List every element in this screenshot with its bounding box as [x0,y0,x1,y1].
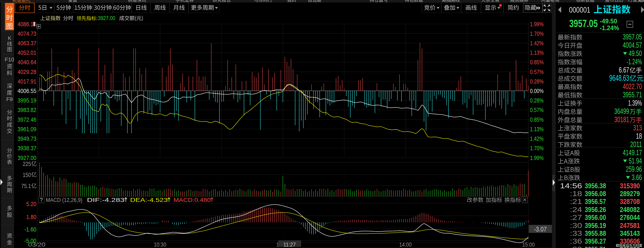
svg-text:4074.73: 4074.73 [18,30,36,37]
svg-text:4006.55: 4006.55 [18,87,36,94]
svg-text:3956.08: 3956.08 [585,189,606,197]
svg-text:18: 18 [636,132,642,140]
svg-text:3955.71: 3955.71 [585,245,606,248]
svg-text:328708: 328708 [620,197,640,205]
svg-text:-1.24%: -1.24% [600,24,619,32]
svg-text:3961.09: 3961.09 [18,126,36,132]
svg-text:000001: 000001 [569,5,590,14]
svg-text:F9: F9 [6,96,13,102]
svg-text:MACD (12,26,9): MACD (12,26,9) [46,197,82,203]
svg-text:6.67: 6.67 [619,66,629,74]
svg-text:3955.88: 3955.88 [585,229,606,237]
svg-text:1.39%: 1.39% [628,99,642,107]
svg-text:289279: 289279 [620,189,640,197]
svg-text:315390: 315390 [620,182,640,190]
svg-text:MACD:0.480: MACD:0.480 [174,197,211,203]
svg-text:-49.50: -49.50 [600,18,617,25]
svg-text:0.57%: 0.57% [530,68,544,75]
svg-text::39: :39 [570,245,582,248]
svg-text:3955.71: 3955.71 [623,91,642,99]
svg-text:DIF:-4.283: DIF:-4.283 [87,197,124,203]
svg-text:3949.73: 3949.73 [18,135,36,142]
svg-text:0.28%: 0.28% [530,78,544,85]
svg-text:5.20: 5.20 [26,200,36,207]
svg-text:DEA:-4.523: DEA:-4.523 [130,197,168,203]
svg-text:0.57%: 0.57% [530,106,544,113]
svg-text:4063.37: 4063.37 [18,40,36,47]
svg-text::24: :24 [570,205,582,213]
svg-text:1.70%: 1.70% [530,145,544,151]
svg-text:1.42%: 1.42% [530,135,544,142]
svg-text:3.66: 3.66 [632,173,642,182]
svg-text:3972.46: 3972.46 [18,116,36,123]
svg-text:3956.19: 3956.19 [585,221,606,229]
svg-text:36499: 36499 [614,107,629,116]
svg-text:3957.05: 3957.05 [569,18,598,29]
svg-text:75.1: 75.1 [21,182,31,189]
svg-text:313: 313 [633,124,642,132]
svg-text::36: :36 [570,237,582,245]
svg-text:4040.64: 4040.64 [18,59,36,66]
svg-text:-1.24%: -1.24% [627,58,642,66]
svg-text:1.70%: 1.70% [530,30,544,37]
svg-text:14:56: 14:56 [560,182,582,190]
svg-text:1.13%: 1.13% [530,49,544,56]
svg-text:15:00: 15:00 [522,241,535,248]
svg-text:4149.17: 4149.17 [623,148,642,157]
svg-text:3956.57: 3956.57 [585,197,606,205]
svg-text:3957.05: 3957.05 [623,33,642,41]
svg-text:49.50: 49.50 [629,49,642,58]
svg-text:3938.37: 3938.37 [18,145,36,151]
svg-text:3927.00: 3927.00 [98,15,115,21]
svg-text:330606: 330606 [620,237,640,245]
svg-text:0.28%: 0.28% [530,97,544,104]
svg-text:1.42%: 1.42% [530,40,544,47]
svg-text:11:27: 11:27 [284,241,296,248]
svg-text:03/20: 03/20 [28,241,46,248]
svg-text:30181: 30181 [614,115,629,124]
svg-text::33: :33 [570,229,582,237]
svg-text::21: :21 [570,197,582,205]
svg-text:259.96: 259.96 [626,165,642,173]
svg-text:3956.26: 3956.26 [585,205,606,213]
svg-text:1.80: 1.80 [26,213,36,220]
svg-text:247581: 247581 [620,221,640,229]
svg-text:0.85%: 0.85% [530,116,544,123]
svg-text:3956.38: 3956.38 [585,182,606,190]
svg-text:345143: 345143 [620,229,640,237]
svg-text:-3.07: -3.07 [534,226,547,233]
svg-text:3956.00: 3956.00 [585,213,606,221]
svg-text:9648.63: 9648.63 [609,73,629,83]
svg-text:4017.91: 4017.91 [18,78,36,85]
svg-text:14:00: 14:00 [399,241,412,248]
svg-text:F10: F10 [5,56,14,63]
svg-text:51.94: 51.94 [629,157,642,165]
svg-text:10:30: 10:30 [154,241,166,248]
svg-text:3983.82: 3983.82 [18,106,36,113]
svg-text:4052.01: 4052.01 [18,49,36,56]
svg-text:150: 150 [23,171,31,178]
svg-text:0.85%: 0.85% [530,59,544,66]
svg-text:4029.28: 4029.28 [18,68,36,75]
svg-text:3956.27: 3956.27 [585,237,606,245]
svg-text::18: :18 [570,189,582,197]
svg-text:4004.57: 4004.57 [623,41,642,49]
svg-text::30: :30 [570,221,582,229]
svg-text:248082: 248082 [620,205,640,213]
svg-text:225: 225 [23,160,31,167]
svg-text:276044: 276044 [620,213,640,221]
svg-text:3995.19: 3995.19 [18,97,36,104]
svg-text:1.99%: 1.99% [530,154,544,161]
svg-text:0.00%: 0.00% [530,87,544,94]
svg-text::27: :27 [570,213,582,221]
svg-text:4022.70: 4022.70 [623,82,642,91]
svg-text:1.99%: 1.99% [530,21,544,28]
svg-text:1.13%: 1.13% [530,126,544,132]
svg-text:-1.60: -1.60 [24,226,36,233]
svg-text:?: ? [40,197,43,203]
